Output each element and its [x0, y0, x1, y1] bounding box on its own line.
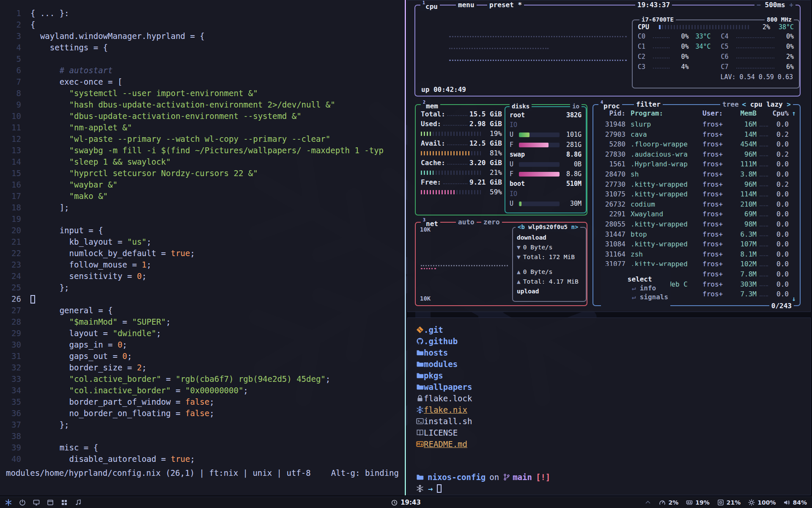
proc-filter-button[interactable]: filter — [634, 100, 663, 109]
sort-next-button[interactable]: > — [787, 100, 791, 108]
code-line[interactable]: 23 follow_mouse = 1; — [0, 259, 405, 271]
code-line[interactable]: 5 — [0, 53, 405, 65]
window-module[interactable] — [47, 499, 54, 506]
code-line[interactable]: 4 settings = { — [0, 42, 405, 53]
code-line[interactable]: 10 "dbus-update-activation-environment -… — [0, 110, 405, 122]
net-auto-toggle[interactable]: auto — [456, 218, 477, 226]
code-line[interactable]: 30 gaps_in = 0; — [0, 339, 405, 351]
code-line[interactable]: 2{ — [0, 19, 405, 30]
process-row[interactable]: 31948slurpfros+16M0.0 — [593, 119, 800, 130]
btop-interval-control[interactable]: − 500ms + — [754, 0, 796, 9]
scroll-up-icon[interactable]: ↑ — [792, 109, 796, 117]
display-module[interactable] — [33, 499, 40, 506]
btop-preset-button[interactable]: preset * — [487, 0, 524, 9]
disks-io-toggle[interactable]: io — [570, 102, 582, 111]
launcher-button[interactable] — [5, 499, 12, 506]
code-line[interactable]: 9 "hash dbus-update-activation-environme… — [0, 99, 405, 110]
process-table-header[interactable]: Pid: Program: User: MemB Cpu% — [593, 108, 800, 119]
process-row[interactable]: 31164zshfros+8.1M0.0 — [593, 249, 800, 260]
code-line[interactable]: 17 "mako &" — [0, 190, 405, 202]
net-next-interface-button[interactable]: n> — [571, 224, 578, 230]
disks-panel-title[interactable]: disks — [510, 102, 532, 111]
code-line[interactable]: 33 "col.active_border" = "rgb(cba6f7) rg… — [0, 373, 405, 385]
code-line[interactable]: 22 numlock_by_default = true; — [0, 248, 405, 259]
code-line[interactable]: 8 "systemctl --user import-environment &… — [0, 88, 405, 99]
bar-clock[interactable]: 19:43 — [391, 497, 421, 508]
code-line[interactable]: 12 "wl-paste --primary --watch wl-copy -… — [0, 133, 405, 145]
header-memory[interactable]: MemB — [733, 108, 757, 119]
code-line[interactable]: 6 # autostart — [0, 65, 405, 76]
interval-decrease-button[interactable]: − — [757, 1, 761, 9]
process-row[interactable]: 28470shfros+3.8M0.0 — [593, 169, 800, 179]
code-line[interactable]: 1{ ... }: — [0, 8, 405, 19]
sort-prev-button[interactable]: < — [742, 100, 746, 108]
code-line[interactable]: 21 kb_layout = "us"; — [0, 236, 405, 248]
code-line[interactable]: 16 "waybar &" — [0, 179, 405, 190]
code-line[interactable]: 25 }; — [0, 282, 405, 293]
code-line[interactable]: 26 — [0, 293, 405, 305]
header-program[interactable]: Program: — [631, 108, 702, 119]
brightness-module[interactable]: 100% — [748, 499, 776, 506]
interval-increase-button[interactable]: + — [789, 1, 793, 9]
proc-tree-toggle[interactable]: tree — [720, 100, 741, 109]
process-row[interactable]: 26732codiumfros+210M0.0 — [593, 199, 800, 210]
memory-module[interactable]: 19% — [686, 499, 710, 506]
proc-sort-control[interactable]: < cpu lazy > — [740, 100, 793, 109]
net-prev-interface-button[interactable]: <b — [518, 224, 525, 230]
code-line[interactable]: 39 misc = { — [0, 442, 405, 453]
code-area[interactable]: 1{ ... }:2{3 wayland.windowManager.hyprl… — [0, 8, 405, 465]
process-row[interactable]: 27730.kitty-wrappedfros+96M0.2 — [593, 179, 800, 190]
code-line[interactable]: 11 "nm-applet &" — [0, 122, 405, 133]
apps-module[interactable] — [61, 499, 68, 506]
proc-info-action[interactable]: info — [640, 284, 656, 292]
music-module[interactable] — [75, 499, 82, 506]
code-line[interactable]: 24 sensitivity = 0; — [0, 271, 405, 282]
proc-signals-action[interactable]: signals — [640, 293, 668, 301]
btop-window[interactable]: 1cpu menu preset * 19:43:37 − 500ms + i7… — [407, 0, 811, 312]
code-line[interactable]: 32 border_size = 2; — [0, 362, 405, 373]
volume-module[interactable]: 84% — [783, 499, 807, 506]
header-pid[interactable]: Pid: — [593, 108, 625, 119]
process-row[interactable]: 27830.audacious-wrafros+96M0.2 — [593, 149, 800, 160]
tray-expand-button[interactable] — [645, 499, 651, 506]
code-line[interactable]: 29 layout = "dwindle"; — [0, 328, 405, 339]
header-cpu[interactable]: Cpu% — [770, 108, 789, 119]
process-row[interactable]: 28055.kitty-wrappedfros+98M0.0 — [593, 219, 800, 229]
code-line[interactable]: 31 gaps_out = 0; — [0, 351, 405, 362]
code-line[interactable]: 37 }; — [0, 419, 405, 431]
code-line[interactable]: 20 input = { — [0, 225, 405, 236]
code-line[interactable]: 7 exec-once = [ — [0, 76, 405, 88]
code-line[interactable]: 3 wayland.windowManager.hyprland = { — [0, 30, 405, 42]
process-row[interactable]: 2291Xwaylandfros+69M0.0 — [593, 209, 800, 219]
code-line[interactable]: 18 ]; — [0, 202, 405, 213]
process-row[interactable]: 31084.kitty-wrappedfros+107M0.0 — [593, 239, 800, 249]
terminal-window[interactable]: .git.githubhostsmodulespkgswallpapersfla… — [407, 318, 811, 495]
code-line[interactable]: 40 disable_autoreload = true; — [0, 453, 405, 465]
process-row[interactable]: 27903cavafros+14M0.2 — [593, 130, 800, 140]
process-row[interactable]: 31447btopfros+6.3M0.0 — [593, 229, 800, 240]
btop-menu-button[interactable]: menu — [456, 0, 477, 9]
proc-select-action[interactable]: select — [628, 275, 652, 283]
code-line[interactable]: 15 "hyprctl setcursor Nordzy-cursors 22 … — [0, 168, 405, 179]
process-row[interactable]: 5280.floorp-wrappefros+454M0.0 — [593, 139, 800, 149]
code-line[interactable]: 14 "sleep 1 && swaylock" — [0, 156, 405, 168]
header-user[interactable]: User: — [702, 108, 733, 119]
net-interface-title[interactable]: <b wlp0s20f0u5 n> — [516, 223, 580, 232]
code-line[interactable]: 36 no_border_on_floating = false; — [0, 408, 405, 419]
code-line[interactable]: 19 — [0, 213, 405, 225]
cpu-usage-module[interactable]: 2% — [659, 499, 678, 506]
cpu-panel-title[interactable]: 1cpu — [420, 0, 440, 11]
process-row[interactable]: 1561.Hyprland-wrapfros+111M0.0 — [593, 159, 800, 169]
power-button[interactable] — [19, 499, 26, 506]
code-line[interactable]: 35 border_part_of_window = false; — [0, 396, 405, 408]
net-zero-toggle[interactable]: zero — [481, 218, 502, 226]
editor-window[interactable]: 1{ ... }:2{3 wayland.windowManager.hyprl… — [0, 0, 406, 495]
code-line[interactable]: 13 "swaybg -m fill -i $(find ~/Pictures/… — [0, 145, 405, 156]
code-line[interactable]: 38 — [0, 431, 405, 442]
disk-module[interactable]: 21% — [717, 499, 741, 506]
code-line[interactable]: 34 "col.inactive_border" = "0x00000000"; — [0, 385, 405, 396]
code-line[interactable]: 27 general = { — [0, 305, 405, 316]
code-line[interactable]: 28 "$mainMod" = "SUPER"; — [0, 316, 405, 328]
shell-input-line[interactable]: → — [416, 484, 442, 493]
process-row[interactable]: 31075.kitty-wrappedfros+114M0.0 — [593, 189, 800, 199]
